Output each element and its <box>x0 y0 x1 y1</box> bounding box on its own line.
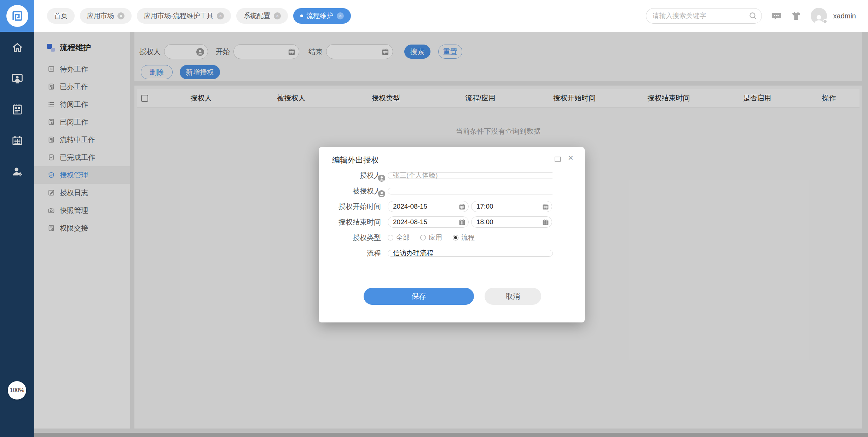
logo-circle <box>6 5 28 27</box>
tab-process-maintenance-active[interactable]: 流程维护 × <box>293 8 351 24</box>
edit-authorization-dialog: 编辑外出授权 × 授权人 被授权人 <box>319 147 585 322</box>
radio-application[interactable]: 应用 <box>420 233 442 242</box>
end-date-field <box>388 216 469 228</box>
active-dot-icon <box>300 14 303 17</box>
end-time-label: 授权结束时间 <box>319 217 388 227</box>
search-input[interactable] <box>646 8 762 24</box>
tab-label: 应用市场 <box>87 11 114 21</box>
save-button[interactable]: 保存 <box>364 288 474 305</box>
tab-label: 流程维护 <box>306 11 333 21</box>
person-icon[interactable] <box>378 174 386 182</box>
cancel-button[interactable]: 取消 <box>485 288 541 305</box>
process-field <box>388 250 553 257</box>
end-time-row: 授权结束时间 <box>319 214 585 230</box>
tab-close-icon[interactable]: × <box>337 12 344 19</box>
user-avatar[interactable] <box>811 8 827 24</box>
tab-label: 首页 <box>54 11 68 21</box>
topbar-right: xadmin <box>646 0 856 32</box>
logo-spiral-icon <box>11 9 24 23</box>
radio-circle-icon <box>453 235 458 240</box>
authorizee-input[interactable] <box>388 185 552 197</box>
calendar-small-icon[interactable] <box>542 218 549 226</box>
process-label: 流程 <box>319 249 388 258</box>
person-icon[interactable] <box>378 190 386 198</box>
tab-label: 系统配置 <box>243 11 270 21</box>
radio-label: 流程 <box>461 233 475 242</box>
zoom-level-badge[interactable]: 100% <box>8 381 26 400</box>
app-screen: 首页 应用市场 × 应用市场-流程维护工具 × 系统配置 × 流程维护 × <box>0 0 868 437</box>
radio-label: 应用 <box>429 233 442 242</box>
auth-type-label: 授权类型 <box>319 233 388 243</box>
dialog-buttons: 保存 取消 <box>319 288 585 305</box>
start-date-input[interactable] <box>388 201 468 212</box>
tab-close-icon[interactable]: × <box>274 12 281 19</box>
calendar-small-icon[interactable] <box>458 218 466 226</box>
process-input[interactable] <box>388 247 552 259</box>
start-time-label: 授权开始时间 <box>319 202 388 211</box>
authorizer-input[interactable] <box>388 170 552 181</box>
theme-skin-icon[interactable] <box>791 11 802 21</box>
calendar-small-icon[interactable] <box>458 203 466 210</box>
message-icon[interactable] <box>771 11 782 21</box>
authorizer-row: 授权人 <box>319 168 585 183</box>
radio-process[interactable]: 流程 <box>453 233 475 242</box>
topbar: 首页 应用市场 × 应用市场-流程维护工具 × 系统配置 × 流程维护 × <box>0 0 868 32</box>
radio-label: 全部 <box>396 233 410 242</box>
tab-home[interactable]: 首页 <box>47 8 75 24</box>
maximize-icon[interactable] <box>555 157 561 162</box>
authorizer-label: 授权人 <box>319 171 388 180</box>
radio-all[interactable]: 全部 <box>388 233 410 242</box>
radio-circle-icon <box>388 235 393 240</box>
username-label[interactable]: xadmin <box>833 12 856 20</box>
start-time-row: 授权开始时间 <box>319 199 585 214</box>
start-clock-field <box>471 201 552 212</box>
radio-circle-icon <box>420 235 426 240</box>
calendar-small-icon[interactable] <box>542 203 549 210</box>
tab-process-maintenance-tool[interactable]: 应用市场-流程维护工具 × <box>137 8 231 24</box>
start-date-field <box>388 201 469 212</box>
tab-bar: 首页 应用市场 × 应用市场-流程维护工具 × 系统配置 × 流程维护 × <box>47 0 351 32</box>
auth-type-row: 授权类型 全部 应用 流程 <box>319 230 585 245</box>
tab-close-icon[interactable]: × <box>217 12 224 19</box>
authorizee-row: 被授权人 <box>319 183 585 199</box>
app-logo[interactable] <box>0 0 34 32</box>
tab-label: 应用市场-流程维护工具 <box>144 11 213 21</box>
tab-app-market[interactable]: 应用市场 × <box>80 8 132 24</box>
end-clock-input[interactable] <box>471 217 552 227</box>
global-search <box>646 8 762 24</box>
close-icon[interactable]: × <box>568 152 573 163</box>
dialog-title: 编辑外出授权 <box>332 155 379 165</box>
end-date-input[interactable] <box>388 217 468 227</box>
start-clock-input[interactable] <box>471 201 552 212</box>
dialog-form: 授权人 被授权人 <box>319 168 585 261</box>
search-icon[interactable] <box>748 11 758 21</box>
avatar-status-dot <box>823 19 827 24</box>
authorizee-label: 被授权人 <box>319 186 388 196</box>
process-row: 流程 <box>319 245 585 261</box>
tab-system-config[interactable]: 系统配置 × <box>236 8 288 24</box>
end-clock-field <box>471 216 552 228</box>
tab-close-icon[interactable]: × <box>117 12 125 19</box>
